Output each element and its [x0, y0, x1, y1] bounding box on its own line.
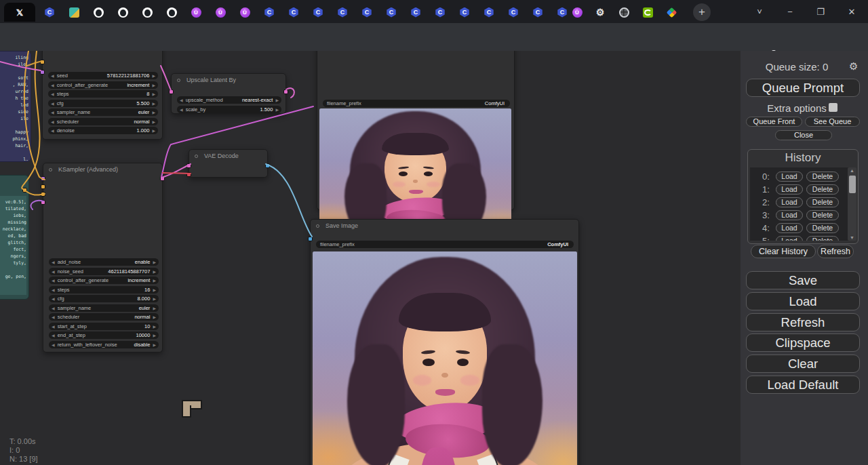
widget-upscale-method[interactable]: ◀upscale_methodnearest-exact▶: [177, 96, 281, 104]
output-slot-image[interactable]: [265, 163, 270, 168]
widget-sampler-name[interactable]: ◀sampler_nameeuler▶: [49, 304, 159, 312]
node-ksampler[interactable]: ◀seed578122121881706▶ ◀control_after_gen…: [42, 51, 163, 140]
input-slot-samples[interactable]: [186, 163, 191, 168]
input-slot-model[interactable]: [41, 176, 45, 181]
input-slot[interactable]: [40, 70, 45, 75]
node-upscale-latent-by[interactable]: Upscale Latent By ◀upscale_methodnearest…: [171, 73, 286, 114]
tab-comfyui[interactable]: C: [38, 3, 61, 22]
tab-comfyui[interactable]: C: [404, 3, 427, 22]
tab-github[interactable]: [87, 3, 110, 22]
refresh-button[interactable]: Refresh: [746, 313, 860, 331]
widget-noise-seed[interactable]: ◀noise_seed462118145887707▶: [49, 268, 159, 275]
tab-comfyui[interactable]: C: [429, 3, 452, 22]
window-restore-button[interactable]: ❐: [807, 0, 834, 23]
node-ksampler-advanced[interactable]: KSampler (Advanced) ◀add_noiseenable▶ ◀n…: [43, 163, 163, 352]
tab-comfyui[interactable]: C: [380, 3, 403, 22]
tab-globe[interactable]: [612, 3, 635, 22]
scroll-up-icon[interactable]: ▲: [848, 168, 856, 173]
history-load-button[interactable]: Load: [776, 223, 803, 233]
tab-comfyui[interactable]: C: [355, 3, 378, 22]
clear-button[interactable]: Clear: [746, 355, 860, 373]
tab-nvidia[interactable]: [636, 3, 659, 22]
widget-end-at-step[interactable]: ◀end_at_step10000▶: [49, 331, 159, 339]
positive-prompt-text[interactable]: iling ile, soft , RAW, urred h the led s…: [0, 54, 28, 162]
tab-package[interactable]: [62, 3, 85, 22]
tab-comfyui[interactable]: C: [502, 3, 525, 22]
tab-comfyui[interactable]: C: [477, 3, 500, 22]
widget-scheduler[interactable]: ◀schedulernormal▶: [49, 313, 159, 321]
history-load-button[interactable]: Load: [776, 184, 803, 195]
reroute-slot[interactable]: [22, 188, 27, 193]
output-slot-latent[interactable]: [283, 89, 288, 94]
tab-u-shield[interactable]: Û: [184, 3, 208, 22]
history-delete-button[interactable]: Delete: [806, 236, 839, 241]
browser-menu-chevron[interactable]: ˅: [746, 0, 773, 23]
history-refresh-button[interactable]: Refresh: [817, 245, 854, 258]
history-delete-button[interactable]: Delete: [806, 223, 839, 233]
clear-history-button[interactable]: Clear History: [751, 245, 816, 258]
clipspace-button[interactable]: Clipspace: [746, 333, 860, 352]
output-slot-latent[interactable]: [160, 176, 165, 181]
history-delete-button[interactable]: Delete: [806, 171, 839, 182]
widget-steps[interactable]: ◀steps16▶: [49, 286, 159, 294]
node-save-image[interactable]: Save Image filename_prefixComfyUI: [310, 219, 579, 465]
history-load-button[interactable]: Load: [776, 197, 803, 207]
widget-add-noise[interactable]: ◀add_noiseenable▶: [49, 258, 159, 266]
node-save-image-top[interactable]: filename_prefixComfyUI: [317, 51, 515, 210]
widget-scale-by[interactable]: ◀scale_by1.500▶: [177, 106, 281, 113]
scroll-down-icon[interactable]: ▼: [848, 235, 856, 240]
collapsed-group-handle[interactable]: [182, 400, 199, 416]
history-load-button[interactable]: Load: [776, 236, 803, 241]
tab-comfyui[interactable]: C: [307, 3, 330, 22]
input-slot-negative[interactable]: [41, 192, 45, 197]
widget-start-at-step[interactable]: ◀start_at_step10▶: [49, 323, 159, 330]
save-button[interactable]: Save: [746, 271, 860, 289]
widget-filename-prefix[interactable]: filename_prefixComfyUI: [316, 241, 574, 248]
input-slot-samples[interactable]: [169, 89, 174, 94]
widget-return-with-leftover-noise[interactable]: ◀return_with_leftover_noisedisable▶: [49, 341, 159, 348]
widget-seed[interactable]: ◀seed578122121881706▶: [48, 72, 158, 79]
tab-github[interactable]: [136, 3, 159, 22]
tab-comfyui[interactable]: C: [526, 3, 549, 22]
close-button[interactable]: Close: [775, 130, 832, 140]
history-scrollbar[interactable]: ▲ ▼: [848, 167, 856, 241]
window-minimize-button[interactable]: −: [776, 0, 804, 23]
queue-prompt-button[interactable]: Queue Prompt: [746, 79, 860, 97]
load-default-button[interactable]: Load Default: [746, 376, 860, 394]
window-close-button[interactable]: ✕: [838, 0, 865, 23]
input-slot[interactable]: [40, 60, 45, 64]
negative-prompt-text[interactable]: ve:0.5], tilated, iebs, missing necklace…: [0, 199, 26, 280]
menu-settings-gear-icon[interactable]: ⚙: [849, 60, 858, 73]
input-slot-latent-image[interactable]: [41, 200, 45, 205]
widget-steps[interactable]: ◀steps8▶: [48, 90, 158, 98]
node-clip-text-encode-positive[interactable]: iling ile, soft , RAW, urred h the led s…: [0, 51, 31, 162]
node-vae-decode[interactable]: VAE Decode: [189, 149, 268, 178]
history-delete-button[interactable]: Delete: [806, 184, 839, 195]
history-delete-button[interactable]: Delete: [806, 210, 839, 220]
tab-comfyui[interactable]: C: [331, 3, 354, 22]
tab-comfyui[interactable]: C: [282, 3, 305, 22]
scroll-thumb[interactable]: [849, 176, 856, 193]
widget-control-after-generate[interactable]: ◀control_after_generateincrement▶: [49, 277, 159, 284]
widget-sampler-name[interactable]: ◀sampler_nameeuler▶: [48, 108, 158, 116]
node-clip-text-encode-negative[interactable]: ve:0.5], tilated, iebs, missing necklace…: [0, 175, 29, 300]
tab-comfyui[interactable]: C: [453, 3, 476, 22]
see-queue-button[interactable]: See Queue: [805, 117, 860, 127]
widget-denoise[interactable]: ◀denoise1.000▶: [48, 127, 158, 134]
widget-cfg[interactable]: ◀cfg8.000▶: [49, 295, 159, 302]
node-graph-canvas[interactable]: iling ile, soft , RAW, urred h the led s…: [0, 51, 741, 465]
new-tab-button[interactable]: +: [693, 3, 711, 21]
tab-settings[interactable]: ⚙: [589, 3, 612, 22]
tab-u-shield[interactable]: Û: [566, 3, 589, 22]
widget-control-after-generate[interactable]: ◀control_after_generateincrement▶: [48, 81, 158, 89]
input-slot-images[interactable]: [308, 237, 313, 241]
widget-cfg[interactable]: ◀cfg5.500▶: [48, 100, 158, 107]
tab-github[interactable]: [111, 3, 134, 22]
tab-u-shield[interactable]: Û: [233, 3, 256, 22]
load-button[interactable]: Load: [746, 292, 860, 310]
input-slot-vae[interactable]: [186, 172, 191, 177]
tab-x-active[interactable]: 𝕏: [4, 3, 35, 22]
queue-front-button[interactable]: Queue Front: [746, 117, 802, 127]
input-slot-positive[interactable]: [41, 184, 45, 189]
tab-color-marker[interactable]: [660, 3, 683, 22]
